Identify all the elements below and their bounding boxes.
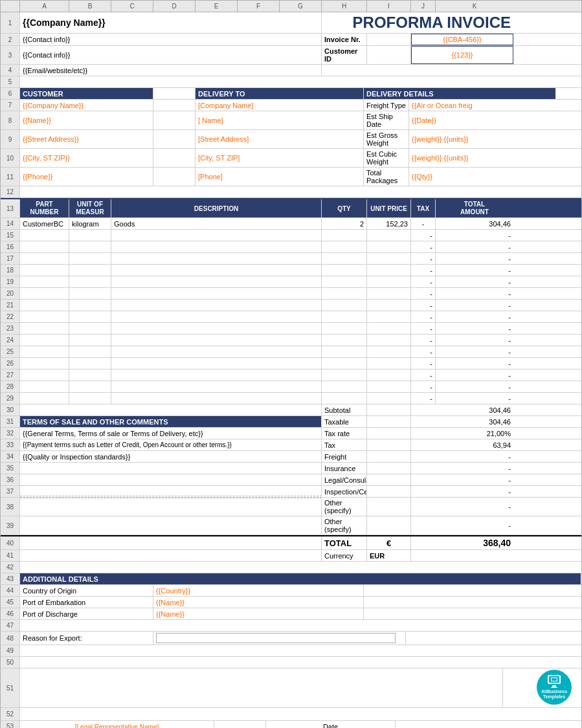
row-5: 5 <box>1 76 581 88</box>
rn-36: 36 <box>1 474 20 485</box>
table-row-16: 16-- <box>1 241 581 253</box>
td-tax-0: - <box>411 218 436 229</box>
rn-4: 4 <box>1 65 20 76</box>
td-part-0: CustomerBC <box>20 218 69 229</box>
table-row-27: 27-- <box>1 370 581 381</box>
customer-id-label: Customer ID <box>322 46 367 64</box>
table-row-28: 28-- <box>1 381 581 393</box>
row46-right <box>364 608 555 619</box>
row-2: 2 {{Contact info}} Invoice Nr. {{CBA-456… <box>1 34 581 46</box>
rn-37: 37 <box>1 486 20 497</box>
rn-30: 30 <box>1 404 20 415</box>
row-32: 32 {{General Terms, Terms of sale or Ter… <box>1 428 581 439</box>
insurance-value: - <box>411 463 513 474</box>
row-1: 1 {{Company Name}} PROFORMA INVOICE <box>1 12 581 34</box>
rn-1: 1 <box>1 12 20 33</box>
reason-input-cell <box>153 632 406 645</box>
row-7: 7 {{Company Name}} [Company Name] Freigh… <box>1 100 581 111</box>
company-name: {{Company Name}} <box>20 12 322 33</box>
row-4: 4 {{Email/website/etc}} <box>1 65 581 76</box>
row53-gap <box>214 721 266 728</box>
deliv-phone: [Phone] <box>196 168 364 186</box>
rn-7: 7 <box>1 100 20 111</box>
freight-value: {{Air or Ocean freig <box>409 100 555 111</box>
tax-rate-label: Tax rate <box>322 428 367 439</box>
taxable-value: 304,46 <box>411 416 513 427</box>
rn-53: 53 <box>1 721 20 728</box>
rn-38: 38 <box>1 498 20 516</box>
rn-13: 13 <box>1 199 20 217</box>
table-row-25: 25-- <box>1 346 581 358</box>
terms-line3: {{Quality or Inspection standards}} <box>20 451 322 462</box>
col-H: H <box>322 1 367 12</box>
tax-rate-value: 21,00% <box>411 428 513 439</box>
table-row-24: 24-- <box>1 335 581 346</box>
rn-41: 41 <box>1 550 20 561</box>
terms-header: TERMS OF SALE AND OTHER COMMENTS <box>20 416 322 427</box>
col-A: A <box>20 1 69 12</box>
insurance-spacer <box>367 463 411 474</box>
inspection-spacer <box>367 486 411 497</box>
cubic-weight-label: Est Cubic Weight <box>364 149 409 167</box>
row-36: 36 Legal/Consular - <box>1 474 581 486</box>
table-row-22: 22-- <box>1 311 581 323</box>
th-part: PART NUMBER <box>20 199 69 217</box>
row-3: 3 {{Contact info}} Customer ID {{123}} <box>1 46 581 65</box>
cubic-weight-value: {{weight}} {{units}} <box>409 149 555 167</box>
terms-line2: {{Payment terms such as Letter of Credit… <box>20 439 322 450</box>
spreadsheet: A B C D E F G H I J K 1 {{Company Name}}… <box>0 0 582 728</box>
embarkation-label: Port of Embarkation <box>20 597 153 608</box>
td-unit-0: kilogram <box>69 218 111 229</box>
ship-date-label: Est Ship Date <box>364 111 409 129</box>
tax-value: 63,94 <box>411 439 513 450</box>
table-row-21: 21-- <box>1 300 581 311</box>
rn-3: 3 <box>1 46 20 64</box>
other1-label: Other (specify) <box>322 498 367 516</box>
corner-cell <box>1 1 20 12</box>
row-33: 33 {{Payment terms such as Letter of Cre… <box>1 439 581 451</box>
row-48: 48 Reason for Export: <box>1 632 581 645</box>
rn-11: 11 <box>1 168 20 186</box>
country-label: Country of Origin <box>20 585 153 596</box>
other1-value: - <box>411 498 513 516</box>
tax-label: Tax <box>322 439 367 450</box>
reason-input[interactable] <box>156 633 396 643</box>
date-label: Date <box>323 723 338 728</box>
row41-right <box>411 550 513 561</box>
currency-value: EUR <box>367 550 411 561</box>
table-row-14: 14 CustomerBC kilogram Goods 2 152,23 - … <box>1 218 581 230</box>
row11-gap <box>153 168 196 186</box>
contact-1: {{Contact info}} <box>20 34 322 45</box>
row9-gap <box>153 130 196 148</box>
inspection-value: - <box>411 486 513 497</box>
logo-cell-row51: AllBusiness Templates <box>503 668 582 707</box>
row40-left <box>20 536 322 549</box>
invoice-nr-value: {{CBA-456}} <box>411 34 513 45</box>
row-37: 37 Inspection/Cert. - <box>1 486 581 498</box>
col-I: I <box>367 1 411 12</box>
other1-spacer <box>367 498 411 516</box>
monitor-base <box>551 687 557 688</box>
delivery-to-header: DELIVERY TO <box>196 88 364 99</box>
th-price: UNIT PRICE <box>367 199 411 217</box>
row-11: 11 {{Phone}} [Phone] Total Packages {{Qt… <box>1 168 581 186</box>
col-C: C <box>111 1 153 12</box>
gross-weight-value: {{weight}} {{units}} <box>409 130 555 148</box>
row35-left <box>20 463 322 474</box>
freight-sum-spacer <box>367 451 411 462</box>
freight-label: Freight Type <box>364 100 409 111</box>
th-desc: DESCRIPTION <box>111 199 322 217</box>
table-row-19: 19-- <box>1 276 581 288</box>
rn-5: 5 <box>1 76 20 87</box>
other2-spacer <box>367 516 411 535</box>
td-desc-0: Goods <box>111 218 322 229</box>
rn-48: 48 <box>1 632 20 645</box>
row-49: 49 <box>1 645 581 657</box>
invoice-nr-spacer <box>367 34 411 45</box>
date-cell: Date <box>266 721 396 728</box>
row-38: 38 Other (specify) - <box>1 498 581 516</box>
customer-id-spacer <box>367 46 411 64</box>
row5-empty <box>20 76 581 87</box>
table-row-15: 15-- <box>1 230 581 241</box>
table-row-20: 20-- <box>1 288 581 300</box>
